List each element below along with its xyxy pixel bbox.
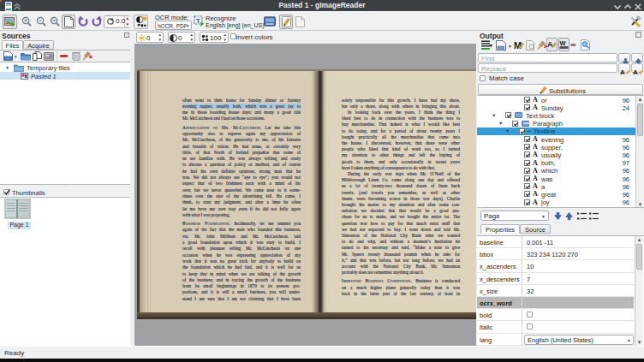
svg-text:A: A	[547, 40, 553, 49]
svg-text:W: W	[560, 39, 567, 47]
svg-text:T: T	[196, 17, 200, 25]
svg-text:A: A	[620, 68, 625, 76]
svg-text:A: A	[633, 68, 638, 76]
